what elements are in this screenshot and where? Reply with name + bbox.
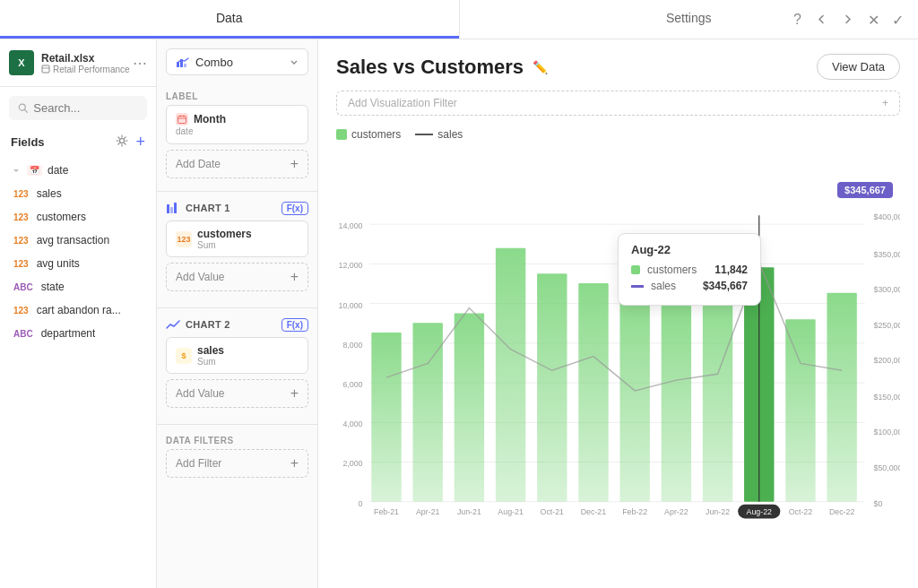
chart1-add-value-button[interactable]: Add Value +	[166, 263, 308, 291]
svg-rect-45	[578, 283, 608, 502]
field-type-customers: 123	[11, 212, 31, 223]
tooltip-sales-key: sales	[651, 280, 696, 292]
field-list: 📅 date 123 sales 123 customers 123 avg t…	[0, 159, 156, 588]
svg-text:6,000: 6,000	[342, 380, 362, 389]
fields-actions: +	[116, 133, 145, 151]
right-panel: Sales vs Customers ✏️ View Data Add Visu…	[318, 39, 918, 588]
filter-placeholder: Add Visualization Filter	[348, 97, 457, 109]
combo-selector[interactable]: Combo	[166, 48, 308, 75]
main-layout: X Retail.xlsx Retail Performance ⋯ Field…	[0, 39, 918, 588]
forward-button[interactable]	[841, 13, 855, 27]
svg-text:$350,000: $350,000	[874, 250, 900, 259]
chart2-add-value-button[interactable]: Add Value +	[166, 379, 308, 408]
add-date-label: Add Date	[176, 158, 221, 170]
chart-tooltip: Aug-22 customers 11,842 sales $345,667	[618, 233, 761, 306]
tooltip-row-sales: sales $345,667	[631, 280, 748, 292]
legend-sales-label: sales	[437, 128, 463, 141]
plus-icon-filter-bar: +	[882, 97, 888, 109]
field-name-avg-units: avg units	[37, 257, 80, 270]
svg-text:14,000: 14,000	[338, 221, 362, 230]
svg-text:Apr-22: Apr-22	[664, 507, 688, 516]
add-filter-button[interactable]: Add Filter +	[166, 449, 308, 478]
plus-icon: +	[290, 156, 299, 172]
tooltip-customers-key: customers	[647, 264, 707, 276]
field-name-customers: customers	[37, 211, 86, 223]
file-text: Retail.xlsx Retail Performance	[41, 52, 130, 74]
svg-text:Jun-22: Jun-22	[706, 507, 730, 516]
chevron-down-icon	[290, 57, 299, 66]
legend-sales-line	[415, 134, 433, 135]
fields-settings-button[interactable]	[116, 134, 128, 151]
chart1-value-pill[interactable]: 123 customers Sum	[166, 220, 308, 257]
svg-rect-48	[703, 288, 732, 502]
svg-text:Oct-22: Oct-22	[789, 507, 813, 516]
calendar-icon	[176, 113, 188, 125]
svg-rect-8	[178, 117, 186, 124]
more-button[interactable]: ⋯	[133, 55, 147, 72]
edit-title-icon[interactable]: ✏️	[533, 60, 548, 74]
chart1-header: CHART 1 F(x)	[157, 195, 317, 220]
chart2-value-name: sales	[197, 344, 224, 357]
chart1-fx-button[interactable]: F(x)	[281, 202, 308, 215]
field-sales[interactable]: 123 sales	[0, 182, 156, 205]
chart2-add-value-label: Add Value	[176, 387, 225, 400]
svg-line-3	[24, 109, 27, 112]
chart2-value-pill[interactable]: $ sales Sum	[166, 337, 308, 374]
confirm-button[interactable]: ✓	[892, 11, 904, 28]
tab-bar: Data Settings ? ✕ ✓	[0, 0, 918, 39]
svg-text:2,000: 2,000	[342, 459, 362, 468]
svg-text:$300,000: $300,000	[874, 285, 900, 294]
field-type-avg-transaction: 123	[11, 235, 31, 246]
chart2-value-icon: $	[176, 348, 192, 364]
add-field-button[interactable]: +	[135, 133, 145, 151]
fields-title: Fields	[11, 135, 45, 149]
svg-text:12,000: 12,000	[338, 261, 362, 270]
field-customers[interactable]: 123 customers	[0, 205, 156, 229]
add-date-button[interactable]: Add Date +	[166, 150, 308, 178]
field-type-sales: 123	[11, 188, 31, 200]
view-data-button[interactable]: View Data	[817, 54, 900, 80]
tooltip-date: Aug-22	[631, 243, 748, 256]
file-header: X Retail.xlsx Retail Performance ⋯	[0, 39, 156, 87]
legend-customers-color	[336, 129, 347, 140]
svg-text:10,000: 10,000	[338, 301, 362, 310]
svg-text:$250,000: $250,000	[874, 321, 900, 330]
search-input[interactable]	[33, 101, 138, 115]
search-box[interactable]	[9, 96, 147, 120]
field-name-department: department	[41, 327, 96, 340]
tooltip-row-customers: customers 11,842	[631, 264, 748, 276]
field-date[interactable]: 📅 date	[0, 159, 156, 182]
add-filter-label: Add Filter	[176, 457, 221, 470]
field-avg-transaction[interactable]: 123 avg transaction	[0, 229, 156, 252]
month-pill[interactable]: Month date	[166, 105, 308, 144]
filter-bar[interactable]: Add Visualization Filter +	[336, 91, 900, 116]
chart2-fx-button[interactable]: F(x)	[281, 318, 308, 332]
field-cart-abandon[interactable]: 123 cart abandon ra...	[0, 298, 156, 322]
svg-text:8,000: 8,000	[342, 341, 362, 350]
help-button[interactable]: ?	[793, 12, 801, 28]
chart2-section: CHART 2 F(x) $ sales Sum Add Value +	[157, 312, 317, 420]
month-pill-label: Month	[176, 113, 299, 125]
fields-header: Fields +	[0, 129, 156, 159]
tab-data[interactable]: Data	[0, 0, 459, 39]
svg-text:Feb-22: Feb-22	[622, 507, 647, 516]
chart-container: 0 2,000 4,000 6,000 8,000 10,000 12,000 …	[336, 148, 900, 574]
chart1-add-value-label: Add Value	[176, 271, 225, 283]
svg-text:Oct-21: Oct-21	[541, 507, 565, 516]
legend-sales: sales	[415, 128, 463, 141]
field-department[interactable]: ABC department	[0, 322, 156, 345]
label-section: LABEL	[157, 84, 317, 105]
svg-text:Aug-22: Aug-22	[747, 507, 773, 516]
chart1-value-text: customers Sum	[197, 228, 252, 250]
field-name-date: date	[48, 164, 68, 177]
search-icon	[18, 102, 28, 114]
svg-text:$150,000: $150,000	[874, 393, 900, 402]
svg-rect-43	[496, 248, 525, 502]
close-button[interactable]: ✕	[868, 11, 879, 28]
back-button[interactable]	[814, 13, 828, 27]
field-avg-units[interactable]: 123 avg units	[0, 252, 156, 275]
field-state[interactable]: ABC state	[0, 275, 156, 298]
svg-rect-46	[619, 293, 649, 502]
svg-text:Feb-21: Feb-21	[374, 507, 399, 516]
svg-rect-7	[184, 64, 186, 67]
